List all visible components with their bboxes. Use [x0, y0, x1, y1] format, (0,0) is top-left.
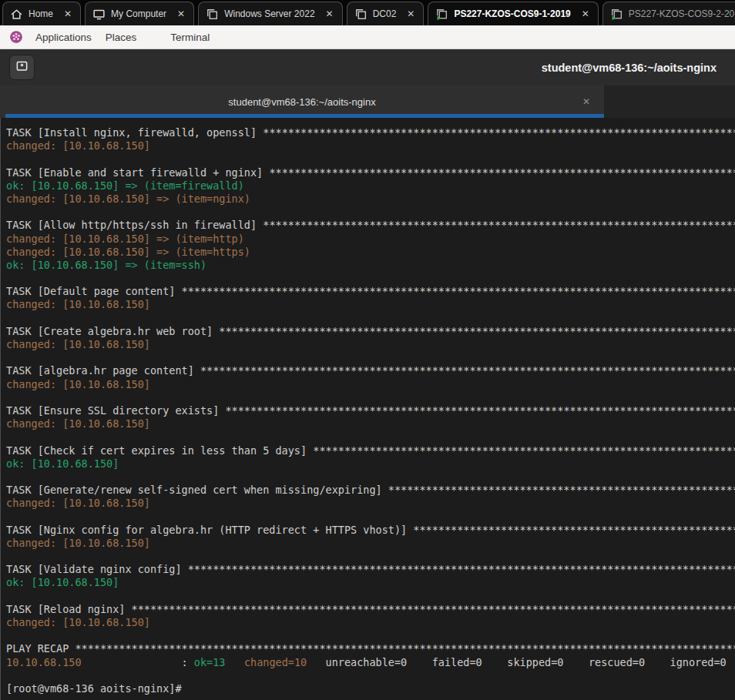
session-tab-label: PS227-KZOS-COS9-2-2019	[629, 8, 735, 19]
terminal-line	[6, 510, 735, 523]
terminal-line: 10.10.68.150 : ok=13 changed=10 unreacha…	[6, 656, 735, 669]
terminal-line: [root@vm68-136 aoits-nginx]#	[6, 682, 735, 695]
terminal-line	[6, 430, 735, 444]
screen: Home✕My Computer✕Windows Server 2022✕DC0…	[0, 0, 735, 700]
terminal-line: changed: [10.10.68.150]	[6, 616, 735, 629]
session-running-icon	[435, 8, 448, 21]
session-tab-dc02[interactable]: DC02✕	[347, 2, 425, 25]
terminal-line: changed: [10.10.68.150] => (item=http)	[6, 233, 735, 246]
computer-icon	[92, 8, 106, 21]
menu-terminal[interactable]: Terminal	[163, 32, 216, 43]
session-tab-label: Home	[29, 8, 53, 19]
terminal-line: changed: [10.10.68.150]	[6, 298, 735, 311]
menu-applications[interactable]: Applications	[29, 32, 99, 43]
terminal-line	[6, 206, 735, 219]
terminal-line: ok: [10.10.68.150] => (item=firewalld)	[6, 179, 735, 193]
session-tab-label: My Computer	[111, 8, 166, 19]
window-icon	[206, 8, 219, 21]
terminal-line	[6, 550, 735, 563]
session-tab-ps227-kzos-cos9-2[interactable]: PS227-KZOS-COS9-2-2019✕	[602, 2, 735, 25]
terminal-line: TASK [Ensure SSL directory exists] *****…	[6, 404, 735, 417]
session-tab-label: DC02	[373, 8, 397, 19]
menu-places[interactable]: Places	[99, 32, 144, 43]
terminal-line: changed: [10.10.68.150]	[6, 417, 735, 430]
session-running-icon	[610, 8, 623, 21]
terminal-line: TASK [Generate/renew self-signed cert wh…	[6, 484, 735, 497]
desktop-menubar: ApplicationsPlacesTerminal	[0, 25, 735, 49]
window-title: student@vm68-136:~/aoits-nginx	[542, 62, 717, 74]
terminal-line: changed: [10.10.68.150]	[6, 537, 735, 550]
terminal-line	[6, 629, 735, 642]
terminal-line	[6, 152, 735, 166]
terminal-line: TASK [Default page content] ************…	[6, 285, 735, 298]
terminal-line: TASK [Enable and start firewalld + nginx…	[6, 166, 735, 179]
terminal-line: changed: [10.10.68.150]	[6, 497, 735, 510]
window-icon	[354, 8, 368, 21]
terminal-line	[6, 272, 735, 285]
terminal-output[interactable]: TASK [Install nginx, firewalld, openssl]…	[0, 118, 735, 700]
session-tab-my-computer[interactable]: My Computer✕	[85, 2, 194, 25]
terminal-tab-close-icon[interactable]: ✕	[581, 95, 592, 109]
terminal-tab[interactable]: student@vm68-136:~/aoits-nginx ✕	[0, 85, 604, 118]
terminal-tab-label: student@vm68-136:~/aoits-nginx	[228, 96, 375, 108]
terminal-line	[6, 590, 735, 603]
session-tab-label: PS227-KZOS-COS9-1-2019	[454, 8, 570, 19]
terminal-line: TASK [Create algebra.hr web root] ******…	[6, 325, 735, 338]
tab-close-icon[interactable]: ✕	[405, 8, 416, 20]
terminal-line: ok: [10.10.68.150] => (item=ssh)	[6, 259, 735, 272]
tab-close-icon[interactable]: ✕	[176, 8, 186, 20]
terminal-line: TASK [Check if cert expires in less than…	[6, 444, 735, 457]
active-tab-underline	[5, 114, 604, 118]
terminal-line: ok: [10.10.68.150]	[6, 576, 735, 589]
terminal-line	[6, 669, 735, 682]
tab-close-icon[interactable]: ✕	[62, 8, 73, 20]
terminal-line: TASK [Validate nginx config] ***********…	[6, 563, 735, 576]
terminal-line: PLAY RECAP *****************************…	[6, 642, 735, 655]
terminal-line: changed: [10.10.68.150]	[6, 338, 735, 351]
terminal-line: changed: [10.10.68.150]	[6, 139, 735, 152]
terminal-line	[6, 351, 735, 364]
terminal-tabbar: student@vm68-136:~/aoits-nginx ✕	[0, 85, 735, 118]
terminal-line: changed: [10.10.68.150] => (item=https)	[6, 246, 735, 259]
terminal-line: TASK [Allow http/https/ssh in firewalld]…	[6, 219, 735, 232]
tab-close-icon[interactable]: ✕	[324, 8, 335, 20]
terminal-line: changed: [10.10.68.150]	[6, 378, 735, 391]
home-icon	[10, 8, 23, 21]
session-tab-ps227-kzos-cos9-1[interactable]: PS227-KZOS-COS9-1-2019✕	[428, 2, 598, 25]
new-tab-icon	[15, 59, 29, 75]
session-tab-home[interactable]: Home✕	[2, 2, 81, 25]
terminal-line: changed: [10.10.68.150] => (item=nginx)	[6, 193, 735, 206]
tab-close-icon[interactable]: ✕	[580, 8, 591, 20]
terminal-line: TASK [algebra.hr page content] *********…	[6, 364, 735, 377]
distro-logo-icon	[9, 30, 23, 44]
remote-session-tabbar: Home✕My Computer✕Windows Server 2022✕DC0…	[0, 0, 735, 25]
terminal-line: ok: [10.10.68.150]	[6, 457, 735, 471]
session-tab-windows-server-2022[interactable]: Windows Server 2022✕	[198, 2, 342, 25]
terminal-line: TASK [Install nginx, firewalld, openssl]…	[6, 126, 735, 139]
terminal-line	[6, 312, 735, 325]
terminal-line: TASK [Nginx config for algebra.hr (HTTP …	[6, 524, 735, 537]
terminal-headerbar: student@vm68-136:~/aoits-nginx	[0, 49, 735, 85]
terminal-line	[6, 471, 735, 484]
terminal-line	[6, 391, 735, 404]
terminal-line: TASK [Reload nginx] ********************…	[6, 603, 735, 616]
session-tab-label: Windows Server 2022	[224, 8, 314, 19]
new-tab-button[interactable]	[9, 55, 35, 80]
